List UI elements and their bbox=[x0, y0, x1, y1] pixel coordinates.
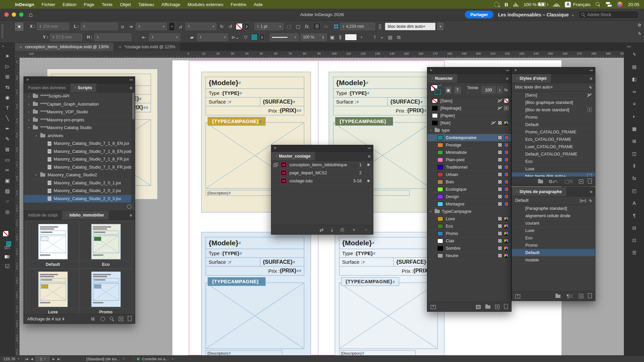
script-tree-row[interactable]: ›****Masonry_VDP_Studio bbox=[24, 108, 135, 116]
run-script-icon[interactable]: ⧉ bbox=[90, 316, 96, 322]
library-item-default[interactable]: Default bbox=[26, 221, 79, 268]
surface-label-cell[interactable]: Surface : # bbox=[206, 258, 260, 266]
panel-color-icon[interactable]: ◐ bbox=[624, 114, 644, 119]
panel-paragraph-icon[interactable]: ¶ bbox=[624, 213, 644, 218]
object-style-row[interactable]: [Bloc de texte standard]T bbox=[512, 106, 595, 114]
swatch-row[interactable]: Sombre bbox=[427, 245, 511, 252]
group-disclosure-icon[interactable]: › bbox=[429, 129, 433, 132]
constrain-proportions-icon[interactable]: ⧄ bbox=[120, 24, 125, 29]
card-type-cell[interactable]: Type : {TYPE}# bbox=[206, 89, 304, 98]
card-description-cell[interactable]: {Description}# bbox=[206, 190, 282, 196]
paragraph-style-row[interactable]: modele bbox=[512, 256, 595, 264]
swatch-group-row[interactable]: ›TypeCampagne bbox=[427, 208, 511, 215]
card-type-cell[interactable]: Type : {TYPE}# bbox=[206, 249, 304, 258]
card-type-cell[interactable]: Type : {TYPE}# bbox=[333, 89, 432, 98]
card-description-cell[interactable]: {Description}# bbox=[206, 350, 282, 355]
group-disclosure-icon[interactable]: › bbox=[429, 210, 433, 213]
stroke-proxy[interactable] bbox=[434, 89, 441, 95]
zoom-tool-icon[interactable]: ◎ bbox=[0, 209, 15, 215]
script-tree-row[interactable]: Masonry_Catalog_Studio_7_1_8_EN.jsxbin bbox=[24, 148, 135, 156]
close-icon[interactable]: ✕ bbox=[430, 68, 432, 72]
apply-format-text-icon[interactable]: ⊡T bbox=[0, 245, 15, 250]
browser-icon[interactable] bbox=[617, 2, 623, 7]
stroke-menu-button[interactable]: ❯ bbox=[260, 34, 264, 41]
script-tree-row[interactable]: ›*****Scripts-API bbox=[24, 93, 135, 101]
panel-swatches-icon[interactable]: ⊞ bbox=[624, 138, 644, 144]
card-surface-row[interactable]: Surface : #{SURFACE}# bbox=[206, 98, 304, 106]
close-window-button[interactable] bbox=[4, 12, 9, 17]
card-model-cell[interactable]: {Modele}# bbox=[339, 237, 438, 249]
card-surface-row[interactable]: Surface : #{SURFACE}# bbox=[206, 258, 304, 266]
first-page-button[interactable]: |◀ bbox=[25, 357, 28, 361]
tint-dropdown[interactable]: ❯ bbox=[497, 86, 502, 94]
swatch-row[interactable]: Montagne bbox=[427, 200, 511, 208]
object-style-row[interactable]: [Sans] bbox=[512, 92, 595, 99]
object-style-row[interactable]: [Bloc graphique standard] bbox=[512, 99, 595, 106]
x-field[interactable]: ▲▼234 mm bbox=[37, 23, 69, 30]
panel-object-styles-icon[interactable]: ◰ bbox=[624, 188, 644, 193]
last-page-button[interactable]: ▶| bbox=[57, 357, 60, 361]
swatch-row[interactable]: Traditionnel bbox=[427, 164, 511, 171]
shear-field[interactable]: ▲▼▾ bbox=[197, 34, 228, 41]
panel-menu-icon[interactable]: ≡ bbox=[590, 76, 592, 81]
new-style-from-icon[interactable] bbox=[515, 294, 520, 298]
doc-tab-0[interactable]: ✕conception_items_bibliothèque.indd @ 13… bbox=[15, 43, 114, 51]
gap-field[interactable]: ▲▼4,233 mm bbox=[340, 23, 375, 30]
formatting-text-icon[interactable]: T bbox=[454, 87, 460, 94]
screen-mode-icon[interactable]: ◱ bbox=[0, 263, 15, 269]
width-field[interactable]: ▲▼ bbox=[81, 23, 118, 30]
script-tree-row[interactable]: Masonry_Catalog_Studio_2_0_1.jsx bbox=[24, 179, 135, 187]
card-surface-row[interactable]: Surface : #{SURFACE}# bbox=[339, 258, 438, 266]
tree-disclosure-icon[interactable]: › bbox=[27, 102, 31, 107]
card-bottom-left[interactable]: {Modele}#Type : {TYPE}#Surface : #{SURFA… bbox=[201, 232, 311, 355]
prev-page-button[interactable]: ◀ bbox=[31, 357, 33, 361]
object-style-row[interactable]: Default_CATALOG_FRAME bbox=[512, 150, 595, 158]
quick-apply-icon[interactable]: ϟ bbox=[589, 198, 592, 203]
tint-field[interactable]: 100 %❯ bbox=[301, 34, 327, 41]
zoom-dropdown-icon[interactable]: ▾ bbox=[18, 357, 19, 360]
panel-story-icon[interactable]: ☰ bbox=[624, 250, 644, 255]
tree-disclosure-icon[interactable]: › bbox=[26, 126, 31, 129]
swatch-row[interactable]: Clair bbox=[427, 237, 511, 245]
baseline-grid-icon[interactable]: ▤ bbox=[387, 35, 394, 40]
stroke-type-field[interactable]: ▾ bbox=[270, 34, 299, 41]
add-document-icon[interactable]: ＋ bbox=[350, 227, 358, 233]
next-page-button[interactable]: ▶ bbox=[52, 357, 55, 361]
paragraph-style-row[interactable]: courant bbox=[512, 220, 595, 227]
frame-fitting-icon[interactable]: ⣿ bbox=[377, 24, 383, 29]
library-tab-0[interactable]: Intitulé de script bbox=[24, 211, 62, 220]
object-style-row[interactable]: Luxe bbox=[512, 165, 595, 173]
panel-tables-icon[interactable]: ⊟ bbox=[624, 225, 644, 231]
tree-disclosure-icon[interactable]: › bbox=[27, 110, 31, 114]
swatch-views-icon[interactable] bbox=[476, 305, 481, 309]
paragraph-style-row[interactable]: Promo bbox=[512, 242, 595, 249]
panel-libraries-icon[interactable]: ◫ bbox=[624, 151, 644, 156]
selection-tool-icon[interactable]: ➤ bbox=[0, 53, 15, 59]
object-style-row[interactable]: Eco bbox=[512, 158, 595, 165]
surface-value-cell[interactable]: {SURFACE}# bbox=[260, 258, 304, 266]
gear-icon[interactable]: ⚙ bbox=[638, 23, 641, 27]
library-tab-1[interactable]: ◊biblio_immobilier bbox=[62, 211, 109, 220]
object-style-row[interactable]: Eco_CATALOG_FRAME bbox=[512, 136, 595, 143]
columns-icon[interactable]: ⫼ bbox=[338, 35, 342, 40]
gradient-feather-tool-icon[interactable]: ▨ bbox=[0, 188, 15, 194]
preflight-profile[interactable]: [Standard] (de tra… bbox=[87, 357, 120, 361]
tree-disclosure-icon[interactable]: › bbox=[35, 133, 38, 138]
new-library-item-icon[interactable]: + bbox=[119, 317, 123, 321]
script-tree-row[interactable]: Masonry_Catalog_Studio_2_0_2.jsx bbox=[24, 187, 135, 195]
screen-record-icon[interactable] bbox=[494, 2, 499, 7]
swatch-row[interactable]: Luxe bbox=[427, 215, 511, 223]
menu-texte[interactable]: Texte bbox=[98, 2, 116, 7]
card-model-cell[interactable]: {Modele}# bbox=[333, 77, 432, 89]
paragraph-style-row[interactable]: [Paragraphe standard] bbox=[512, 205, 595, 212]
book-tab-0[interactable]: ◊Master_coulage bbox=[271, 152, 315, 161]
toolbox-expander[interactable]: » bbox=[2, 44, 4, 48]
new-object-style-icon[interactable]: + bbox=[579, 179, 583, 184]
panel-lightning-icon[interactable]: ϟ bbox=[624, 52, 644, 57]
line-tool-icon[interactable]: ╲ bbox=[0, 115, 15, 121]
menu-affichage[interactable]: Affichage bbox=[158, 2, 184, 7]
script-tree-row[interactable]: ›****Masonry-pro-projets bbox=[24, 116, 135, 124]
close-icon[interactable]: ✕ bbox=[26, 78, 29, 81]
app-status-icon[interactable]: B bbox=[504, 2, 508, 7]
menu-modules-externes[interactable]: Modules externes bbox=[184, 2, 227, 7]
